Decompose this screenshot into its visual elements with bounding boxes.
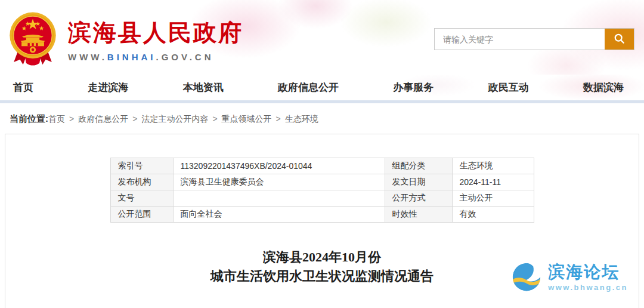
nav-item-about-binhai[interactable]: 走进滨海 [88, 81, 128, 94]
meta-label-issuing-org: 发布机构 [110, 174, 173, 190]
breadcrumb-prefix: 当前位置: [10, 113, 48, 124]
search-input[interactable] [435, 29, 605, 50]
meta-label-scope: 公开范围 [110, 207, 173, 223]
watermark-text: 滨海论坛 www.bhwang.cn [548, 263, 628, 292]
article-content-box: 索引号 1132092201437496XB/2024-01044 组配分类 生… [5, 134, 639, 308]
search-button[interactable] [605, 29, 634, 50]
document-meta-table: 索引号 1132092201437496XB/2024-01044 组配分类 生… [110, 158, 534, 223]
meta-value-scope: 面向全社会 [173, 207, 385, 223]
site-url-binhai: BINHAI [107, 52, 156, 62]
nav-item-services[interactable]: 办事服务 [393, 81, 434, 94]
nav-item-local-news[interactable]: 本地资讯 [183, 81, 224, 94]
meta-label-category: 组配分类 [385, 158, 452, 174]
breadcrumb-link-key-areas[interactable]: 重点领域公开 [222, 114, 272, 124]
site-url-www: WWW. [68, 52, 107, 62]
meta-value-category: 生态环境 [452, 158, 534, 174]
meta-value-issue-date: 2024-11-11 [452, 174, 534, 190]
meta-label-index-no: 索引号 [110, 158, 173, 174]
breadcrumb-link-gov-info[interactable]: 政府信息公开 [78, 114, 128, 124]
breadcrumb-separator: > [212, 114, 217, 124]
main-nav: 首页 走进滨海 本地资讯 政府信息公开 办事服务 政民互动 数据滨海 [0, 75, 644, 103]
meta-label-disclosure: 公开方式 [385, 190, 452, 207]
site-header: 滨海县人民政府 WWW.BINHAI.GOV.CN [0, 0, 644, 75]
watermark-wave-logo-icon [510, 261, 543, 294]
meta-label-validity: 时效性 [385, 207, 452, 223]
meta-value-index-no: 1132092201437496XB/2024-01044 [173, 158, 385, 174]
breadcrumb-link-statutory-disclosure[interactable]: 法定主动公开内容 [141, 114, 208, 124]
search-icon [613, 32, 626, 47]
national-emblem-icon [7, 11, 58, 69]
meta-row: 发布机构 滨海县卫生健康委员会 发文日期 2024-11-11 [110, 174, 534, 190]
watermark: 滨海论坛 www.bhwang.cn [510, 261, 628, 294]
breadcrumb-link-home[interactable]: 首页 [48, 114, 65, 124]
site-logo-link[interactable]: 滨海县人民政府 WWW.BINHAI.GOV.CN [7, 11, 243, 69]
brand-text: 滨海县人民政府 WWW.BINHAI.GOV.CN [68, 11, 243, 62]
meta-row: 公开范围 面向全社会 时效性 有效 [110, 207, 534, 223]
site-url-rest: .GOV.CN [156, 52, 214, 62]
breadcrumb-current-ecology: 生态环境 [285, 114, 318, 124]
watermark-url: www.bhwang.cn [548, 283, 628, 292]
breadcrumb: 当前位置:首页>政府信息公开>法定主动公开内容>重点领域公开>生态环境 [0, 103, 644, 134]
nav-item-home[interactable]: 首页 [13, 81, 33, 94]
meta-label-doc-no: 文号 [110, 190, 173, 207]
breadcrumb-separator: > [69, 114, 74, 124]
meta-value-issuing-org: 滨海县卫生健康委员会 [173, 174, 385, 190]
nav-item-gov-info[interactable]: 政府信息公开 [278, 81, 339, 94]
search-bar [434, 28, 634, 50]
meta-value-validity: 有效 [452, 207, 534, 223]
meta-row: 索引号 1132092201437496XB/2024-01044 组配分类 生… [110, 158, 534, 174]
watermark-name: 滨海论坛 [548, 263, 628, 281]
meta-row: 文号 公开方式 主动公开 [110, 190, 534, 207]
site-url: WWW.BINHAI.GOV.CN [68, 52, 243, 62]
site-title: 滨海县人民政府 [68, 20, 243, 45]
breadcrumb-separator: > [132, 114, 137, 124]
meta-label-issue-date: 发文日期 [385, 174, 452, 190]
meta-value-disclosure: 主动公开 [452, 190, 534, 207]
nav-item-data-binhai[interactable]: 数据滨海 [583, 81, 624, 94]
nav-item-interaction[interactable]: 政民互动 [488, 81, 529, 94]
meta-value-doc-no [173, 190, 385, 207]
breadcrumb-separator: > [276, 114, 281, 124]
